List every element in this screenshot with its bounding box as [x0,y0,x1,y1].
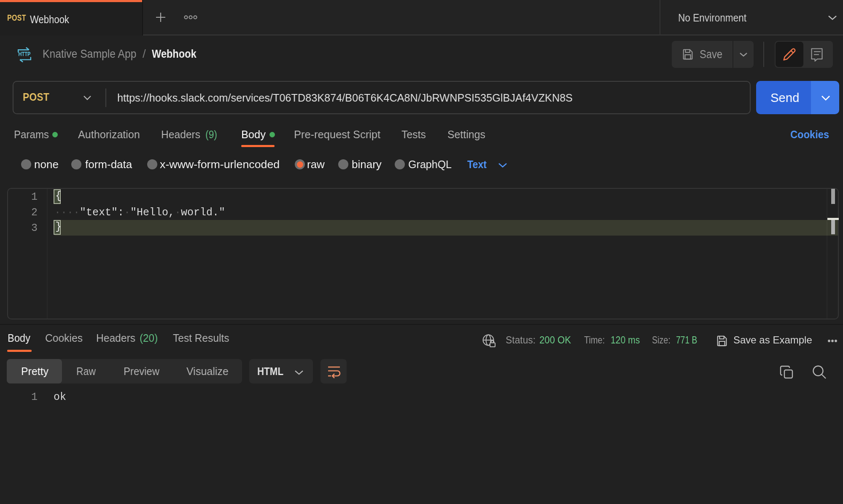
svg-text:HTTP: HTTP [19,50,31,57]
